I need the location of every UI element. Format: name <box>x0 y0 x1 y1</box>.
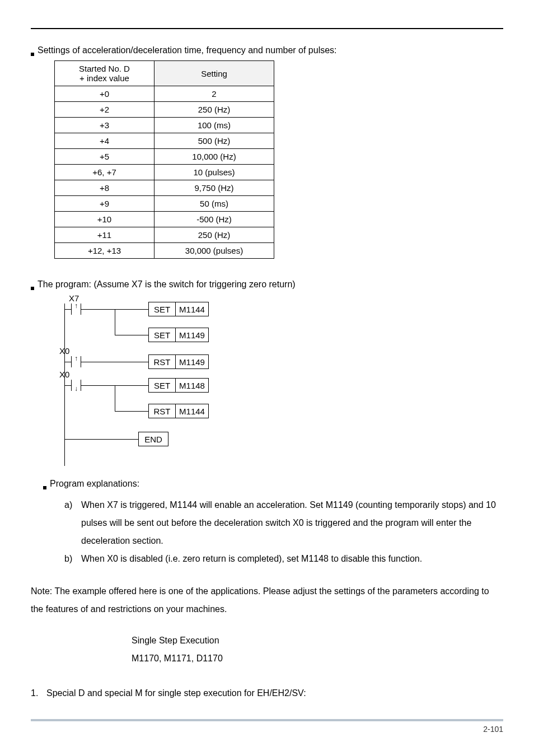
contact-label-x0b: X0 <box>59 370 69 379</box>
contact-label-x0: X0 <box>59 346 69 356</box>
bullet-text: The program: (Assume X7 is the switch fo… <box>38 278 296 291</box>
instruction-box: RST M1144 <box>148 404 209 418</box>
rising-contact-icon: ↑ <box>71 304 81 315</box>
table-row: +2250 (Hz) <box>55 102 274 118</box>
table-row: +950 (ms) <box>55 196 274 212</box>
falling-contact-icon: ↓ <box>71 380 81 391</box>
instruction-box: SET M1148 <box>148 378 209 393</box>
list-item: b) When X0 is disabled (i.e. zero return… <box>64 550 503 568</box>
rising-contact-icon: ↑ <box>71 356 81 367</box>
list-item: a) When X7 is triggered, M1144 will enab… <box>64 496 503 550</box>
numbered-text: Special D and special M for single step … <box>46 684 306 702</box>
bullet-icon <box>43 486 46 489</box>
table-row: +3100 (ms) <box>55 118 274 133</box>
explanation-b: When X0 is disabled (i.e. zero return is… <box>81 550 422 568</box>
numbered-item-1: 1. Special D and special M for single st… <box>31 684 503 702</box>
instruction-box: SET M1144 <box>148 302 209 316</box>
table-row: +02 <box>55 86 274 102</box>
bullet-text: Program explanations: <box>50 477 139 491</box>
center-line1: Single Step Execution <box>132 632 503 650</box>
page-number: 2-101 <box>483 725 503 734</box>
table-row: +10-500 (Hz) <box>55 212 274 227</box>
ladder-diagram: X7 ↑ SET M1144 SET M1149 X0 ↑ <box>54 295 217 468</box>
table-header-col2: Setting <box>154 61 274 86</box>
table-row: +510,000 (Hz) <box>55 149 274 165</box>
center-block: Single Step Execution M1170, M1171, D117… <box>132 632 503 668</box>
instruction-box: SET M1149 <box>148 328 209 342</box>
center-line2: M1170, M1171, D1170 <box>132 650 503 668</box>
bullet-settings: Settings of acceleration/deceleration ti… <box>31 44 503 57</box>
table-row: +12, +1330,000 (pulses) <box>55 243 274 259</box>
instruction-box: RST M1149 <box>148 354 209 369</box>
bullet-explanations: Program explanations: <box>43 477 503 491</box>
page-footer: 2-101 <box>31 719 503 734</box>
explanation-list: a) When X7 is triggered, M1144 will enab… <box>64 496 503 568</box>
note-paragraph: Note: The example offered here is one of… <box>31 582 503 618</box>
table-row: +6, +710 (pulses) <box>55 165 274 180</box>
bullet-icon <box>31 287 34 290</box>
table-header-col1: Started No. D + index value <box>55 61 154 86</box>
bullet-text: Settings of acceleration/deceleration ti… <box>38 44 337 57</box>
table-row: +4500 (Hz) <box>55 133 274 149</box>
table-row: +89,750 (Hz) <box>55 180 274 196</box>
explanation-a: When X7 is triggered, M1144 will enable … <box>81 496 503 550</box>
end-box: END <box>138 432 168 446</box>
bullet-icon <box>31 53 34 56</box>
bullet-program: The program: (Assume X7 is the switch fo… <box>31 278 503 291</box>
table-row: +11250 (Hz) <box>55 227 274 243</box>
settings-table: Started No. D + index value Setting +02 … <box>54 60 274 259</box>
